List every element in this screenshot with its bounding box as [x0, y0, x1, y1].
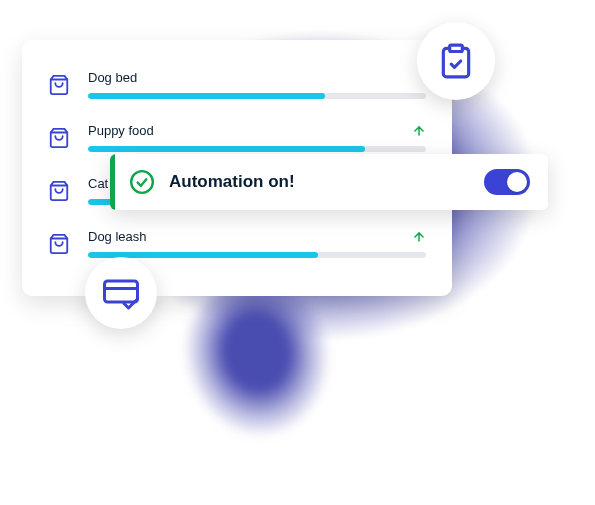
item-label: Puppy food [88, 123, 154, 138]
trend-up-icon [412, 230, 426, 244]
automation-banner: Automation on! [110, 154, 548, 210]
list-item: Dog bed [48, 62, 426, 113]
progress-track [88, 93, 426, 99]
clipboard-check-icon [437, 42, 475, 80]
svg-point-9 [131, 171, 153, 193]
shopping-bag-icon [48, 233, 70, 255]
progress-track [88, 146, 426, 152]
check-circle-icon [129, 169, 155, 195]
toggle-knob [507, 172, 527, 192]
progress-track [88, 252, 426, 258]
item-label: Dog bed [88, 70, 137, 85]
automation-label: Automation on! [169, 172, 295, 192]
clipboard-badge [417, 22, 495, 100]
svg-rect-6 [450, 45, 463, 51]
progress-fill [88, 146, 365, 152]
item-label: Dog leash [88, 229, 147, 244]
svg-rect-7 [105, 281, 138, 302]
card-badge [85, 257, 157, 329]
shopping-bag-icon [48, 74, 70, 96]
trend-up-icon [412, 124, 426, 138]
shopping-bag-icon [48, 127, 70, 149]
progress-fill [88, 93, 325, 99]
shopping-bag-icon [48, 180, 70, 202]
accent-bar [110, 154, 115, 210]
credit-card-check-icon [103, 275, 139, 311]
automation-toggle[interactable] [484, 169, 530, 195]
